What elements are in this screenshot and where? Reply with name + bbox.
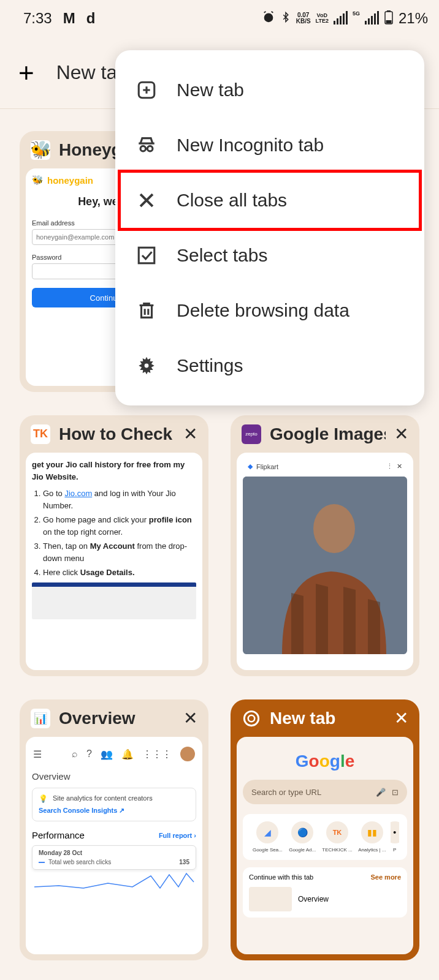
bee-icon: 🐝 [31, 140, 50, 160]
sparkline-chart [32, 870, 196, 892]
shortcut-icon: TK [326, 821, 348, 843]
network-type-2: 5G [353, 11, 360, 17]
menu-new-incognito[interactable]: New Incognito tab [115, 118, 424, 173]
network-type-1: VoDLTE2 [316, 13, 329, 24]
menu-delete-browsing-data[interactable]: Delete browsing data [115, 283, 424, 338]
article-intro: get your Jio call history for free from … [32, 459, 196, 483]
shortcut-icon: ◢ [256, 821, 278, 843]
performance-card[interactable]: Performance Full report › Monday 28 Oct … [32, 827, 196, 896]
zepto-icon: zepto [242, 424, 261, 444]
incognito-icon [136, 135, 157, 156]
insights-text: Site analytics for content creators [53, 794, 153, 802]
svg-point-5 [313, 504, 355, 553]
network-speed: 0.07KB/S [296, 12, 311, 24]
tab-card-new-tab[interactable]: New tab ✕ Google Search or type URL 🎤 ⊡ … [231, 699, 419, 960]
continue-card: Continue with this tab See more Overview [243, 867, 407, 918]
insights-link[interactable]: Search Console Insights ↗ [39, 807, 189, 815]
menu-label: New Incognito tab [177, 135, 324, 156]
battery-icon [384, 10, 394, 28]
app-icon-d: d [86, 10, 96, 27]
shortcut-item[interactable]: ◢Google Sea... [251, 821, 284, 853]
tab-card-overview[interactable]: 📊 Overview ✕ ☰ ⌕ ? 👥 🔔 ⋮⋮⋮ Overview 💡 Si… [20, 699, 208, 960]
tab-preview: ☰ ⌕ ? 👥 🔔 ⋮⋮⋮ Overview 💡 Site analytics … [26, 737, 202, 954]
continue-tab-title: Overview [298, 895, 329, 903]
menu-select-tabs[interactable]: Select tabs [115, 228, 424, 283]
tab-preview: Google Search or type URL 🎤 ⊡ ◢Google Se… [237, 737, 413, 954]
performance-heading: Performance [32, 830, 85, 840]
menu-label: Select tabs [177, 245, 267, 266]
chart-tooltip: Monday 28 Oct Total web search clicks 13… [32, 845, 196, 870]
menu-close-all-tabs[interactable]: Close all tabs [118, 170, 422, 231]
svg-rect-3 [386, 20, 391, 23]
bell-icon[interactable]: 🔔 [121, 748, 134, 760]
more-icon[interactable]: ⋮ [386, 462, 393, 470]
tab-title: New tab [270, 709, 386, 728]
search-console-icon: 📊 [31, 709, 50, 728]
mic-icon[interactable]: 🎤 [376, 788, 386, 797]
trash-icon [136, 300, 157, 321]
tab-card-google-images[interactable]: zepto Google Images ✕ ◆ Flipkart ⋮ ✕ [231, 415, 419, 676]
shortcut-icon: 🔵 [291, 821, 313, 843]
close-icon[interactable]: ✕ [183, 708, 197, 728]
signal-icon-1 [334, 12, 348, 24]
lens-icon[interactable]: ⊡ [392, 788, 399, 797]
menu-label: New tab [177, 80, 244, 100]
close-icon [136, 190, 157, 211]
battery-percent: 21% [399, 10, 428, 27]
shortcut-item[interactable]: ▮▮Analytics | ... [356, 821, 389, 853]
new-tab-button[interactable]: + [18, 58, 34, 88]
alarm-icon [262, 10, 275, 27]
shortcut-icon: • [391, 821, 399, 843]
shortcut-item[interactable]: 🔵Google Ad... [286, 821, 319, 853]
tab-card-howto[interactable]: TK How to Check ✕ get your Jio call hist… [20, 415, 208, 676]
svg-point-9 [140, 146, 146, 151]
menu-new-tab[interactable]: New tab [115, 62, 424, 118]
product-image [243, 477, 407, 654]
svg-point-10 [147, 146, 153, 151]
toolbar: ☰ ⌕ ? 👥 🔔 ⋮⋮⋮ [32, 743, 196, 765]
tab-title: Overview [59, 709, 175, 728]
tab-preview: ◆ Flipkart ⋮ ✕ [237, 453, 413, 670]
shortcut-icon: ▮▮ [361, 821, 383, 843]
gear-icon [136, 355, 157, 376]
bluetooth-icon [280, 10, 291, 27]
list-item: Go home page and click your profile icon… [43, 514, 196, 538]
overflow-menu: New tab New Incognito tab Close all tabs… [115, 50, 424, 405]
menu-icon[interactable]: ☰ [33, 748, 42, 760]
chrome-icon [242, 709, 261, 728]
menu-label: Close all tabs [177, 190, 287, 211]
close-icon[interactable]: ✕ [183, 424, 197, 444]
apps-icon[interactable]: ⋮⋮⋮ [142, 748, 172, 760]
jio-link[interactable]: Jio.com [64, 489, 92, 498]
shortcut-item[interactable]: •P [391, 821, 399, 853]
tab-title: How to Check [59, 424, 175, 444]
plus-square-icon [136, 80, 157, 100]
menu-label: Settings [177, 355, 243, 376]
flipkart-label: Flipkart [256, 463, 383, 470]
close-image-icon[interactable]: ✕ [397, 462, 402, 470]
list-item: Here click Usage Details. [43, 567, 196, 579]
svg-point-13 [143, 363, 150, 369]
shortcuts-row: ◢Google Sea... 🔵Google Ad... TKTECHKICK … [243, 814, 407, 860]
help-icon[interactable]: ? [86, 748, 92, 760]
tab-preview: get your Jio call history for free from … [26, 453, 202, 670]
search-icon[interactable]: ⌕ [72, 748, 78, 760]
svg-point-6 [244, 711, 258, 725]
continue-thumbnail [249, 887, 292, 911]
insights-card[interactable]: 💡 Site analytics for content creators Se… [32, 788, 196, 821]
list-item: Then, tap on My Account from the drop-do… [43, 540, 196, 564]
search-input[interactable]: Search or type URL 🎤 ⊡ [243, 780, 407, 804]
svg-rect-11 [139, 247, 155, 263]
avatar[interactable] [180, 747, 195, 761]
flipkart-icon: ◆ [248, 462, 253, 470]
techkick-icon: TK [31, 424, 50, 444]
shortcut-item[interactable]: TKTECHKICK ... [321, 821, 354, 853]
close-icon[interactable]: ✕ [394, 708, 408, 728]
close-icon[interactable]: ✕ [394, 424, 408, 444]
menu-settings[interactable]: Settings [115, 338, 424, 393]
see-more-link[interactable]: See more [370, 873, 401, 881]
full-report-link[interactable]: Full report › [159, 832, 196, 839]
svg-point-7 [248, 715, 255, 722]
svg-rect-2 [387, 10, 391, 12]
people-icon[interactable]: 👥 [101, 748, 113, 760]
